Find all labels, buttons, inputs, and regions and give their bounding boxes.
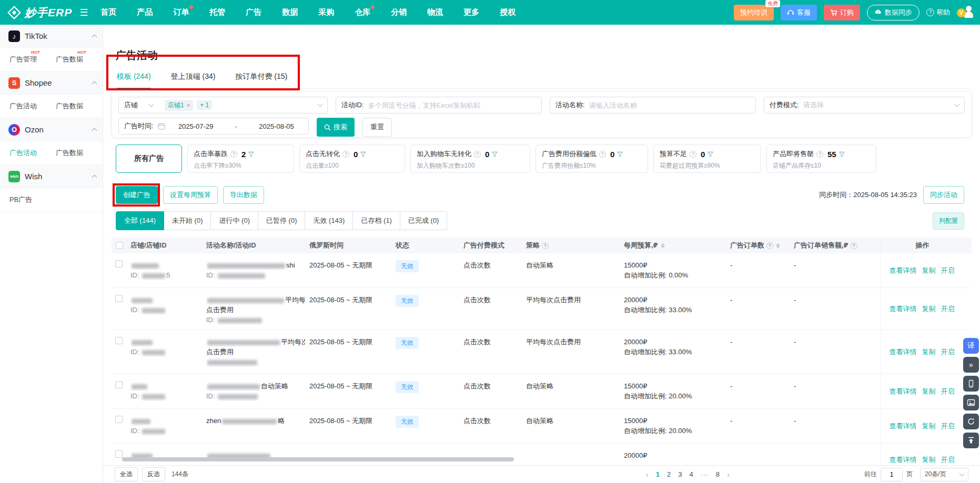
page-2[interactable]: 2 [667,470,671,478]
tab-模板 (244)[interactable]: 模板 (244) [117,72,151,88]
date-end[interactable]: 2025-08-05 [250,122,303,130]
remove-tag-icon[interactable]: × [187,102,190,108]
sidebar-item-广告管理[interactable]: 广告管理HOT [9,55,37,64]
row-action-查看详情[interactable]: 查看详情 [890,347,917,357]
row-action-复制[interactable]: 复制 [922,304,936,314]
row-action-查看详情[interactable]: 查看详情 [890,386,917,396]
tab-登上顶端 (34)[interactable]: 登上顶端 (34) [171,72,216,88]
column-config-button[interactable]: 列配置 [933,212,964,230]
sidebar-item-PB广告[interactable]: PB广告 [9,195,32,204]
mobile-button[interactable] [963,376,979,392]
row-action-查看详情[interactable]: 查看详情 [890,455,917,465]
translate-button[interactable]: 译 [963,338,979,354]
sidebar-item-广告数据[interactable]: 广告数据 [56,101,83,111]
stat-card-所有广告[interactable]: 所有广告 [116,145,182,173]
stat-card-广告费用份额偏低[interactable]: 广告费用份额偏低?0 广告费用份额≤10% [536,145,648,173]
next-page-button[interactable]: › [727,470,730,479]
nav-item-仓库[interactable]: 仓库 [355,7,370,17]
row-action-查看详情[interactable]: 查看详情 [890,421,917,431]
refresh-button[interactable] [963,414,979,429]
data-sync-button[interactable]: ! 数据同步 [867,5,920,20]
invert-select-button[interactable]: 反选 [142,467,165,481]
sidebar-item-广告数据[interactable]: 广告数据 [56,148,83,158]
nav-item-授权[interactable]: 授权 [500,7,516,17]
row-checkbox[interactable] [115,337,123,344]
sidebar-section-tiktok[interactable]: ♪ TikTok [0,25,103,48]
status-tab-进行中 (0)[interactable]: 进行中 (0) [211,211,258,230]
search-button[interactable]: 搜索 [317,118,355,137]
expand-button[interactable]: » [963,357,979,373]
activity-name-field[interactable]: 活动名称: [550,97,756,114]
app-logo[interactable]: 妙手ERP [7,5,72,20]
row-action-开启[interactable]: 开启 [941,421,955,431]
page-3[interactable]: 3 [678,470,682,478]
prev-page-button[interactable]: ‹ [646,470,649,479]
row-action-开启[interactable]: 开启 [941,347,955,357]
row-action-复制[interactable]: 复制 [922,386,936,396]
ad-date-range[interactable]: 广告时间: 2025-07-29 - 2025-08-05 [118,118,309,135]
page-size-select[interactable]: 20条/页 [920,468,968,481]
funnel-icon[interactable] [839,151,845,157]
row-action-开启[interactable]: 开启 [941,265,955,275]
nav-item-更多[interactable]: 更多 [463,7,479,17]
page-1[interactable]: 1 [656,470,660,478]
shop-select[interactable]: 店铺 店铺1× + 1 [118,97,328,114]
nav-item-数据[interactable]: 数据 [282,7,298,17]
row-action-查看详情[interactable]: 查看详情 [890,265,917,275]
select-all-button[interactable]: 全选 [115,467,138,481]
funnel-icon[interactable] [617,151,623,157]
sync-activity-button[interactable]: 同步活动 [923,186,964,204]
stat-card-加入购物车无转化[interactable]: 加入购物车无转化?0 加入购物车次数≥100 [410,145,530,173]
row-checkbox[interactable] [115,381,123,388]
page-4[interactable]: 4 [690,470,693,478]
nav-item-物流[interactable]: 物流 [427,7,443,17]
user-avatar[interactable]: V [957,5,973,20]
back-to-top-button[interactable] [963,433,979,448]
sidebar-item-广告数据[interactable]: 广告数据HOT [56,55,83,64]
funnel-icon[interactable] [248,151,254,157]
date-start[interactable]: 2025-07-29 [169,122,223,130]
horizontal-scrollbar[interactable] [122,457,514,461]
column-header-广告订单数[interactable]: 广告订单数? [730,241,794,250]
stat-card-点击无转化[interactable]: 点击无转化?0 点击量≥100 [299,145,405,173]
row-action-开启[interactable]: 开启 [941,455,955,465]
funnel-icon[interactable] [360,151,366,157]
nav-item-广告[interactable]: 广告 [246,7,261,17]
set-weekly-budget-button[interactable]: 设置每周预算 [163,186,218,204]
stat-card-点击率暴跌[interactable]: 点击率暴跌?2 点击率下降≥30% [187,145,294,173]
create-ad-button[interactable]: 创建广告 [116,186,158,204]
activity-id-field[interactable]: 活动ID: [336,97,542,114]
nav-item-托管[interactable]: 托管 [209,7,225,17]
status-tab-已完成 (0)[interactable]: 已完成 (0) [400,211,448,230]
stat-card-预算不足[interactable]: 预算不足?0 花费超过周预算≥90% [653,145,761,173]
page-···[interactable]: ··· [701,470,709,479]
pay-mode-select[interactable]: 付费模式: 请选择 [764,97,965,114]
menu-toggle-icon[interactable]: ☰ [79,7,88,18]
status-tab-全部 (144)[interactable]: 全部 (144) [116,211,164,230]
nav-item-分销[interactable]: 分销 [391,7,407,17]
sidebar-section-shopee[interactable]: S Shopee [0,71,103,95]
row-action-开启[interactable]: 开启 [941,304,955,314]
sidebar-item-广告活动[interactable]: 广告活动 [9,148,37,158]
nav-item-产品[interactable]: 产品 [137,7,153,17]
row-action-开启[interactable]: 开启 [941,386,955,396]
tab-按订单付费 (15)[interactable]: 按订单付费 (15) [235,72,287,88]
select-all-checkbox[interactable] [116,242,123,249]
shop-tag[interactable]: 店铺1× [165,100,193,111]
nav-item-订单[interactable]: 订单 [173,7,189,17]
status-tab-无效 (143)[interactable]: 无效 (143) [305,211,353,230]
shop-more-tag[interactable]: + 1 [197,100,212,110]
purchase-button[interactable]: 订购 [824,5,860,20]
status-tab-已暂停 (0)[interactable]: 已暂停 (0) [258,211,306,230]
row-action-查看详情[interactable]: 查看详情 [890,304,917,314]
page-8[interactable]: 8 [716,470,720,478]
funnel-icon[interactable] [708,151,713,157]
sidebar-section-wish[interactable]: wish Wish [0,165,103,188]
qrcode-button[interactable] [963,395,979,410]
export-data-button[interactable]: 导出数据 [223,186,264,204]
sidebar-section-ozon[interactable]: O Ozon [0,118,103,141]
row-checkbox[interactable] [115,260,123,268]
funnel-icon[interactable] [492,151,498,157]
sidebar-item-广告活动[interactable]: 广告活动 [9,101,37,111]
reset-button[interactable]: 重置 [362,118,392,137]
